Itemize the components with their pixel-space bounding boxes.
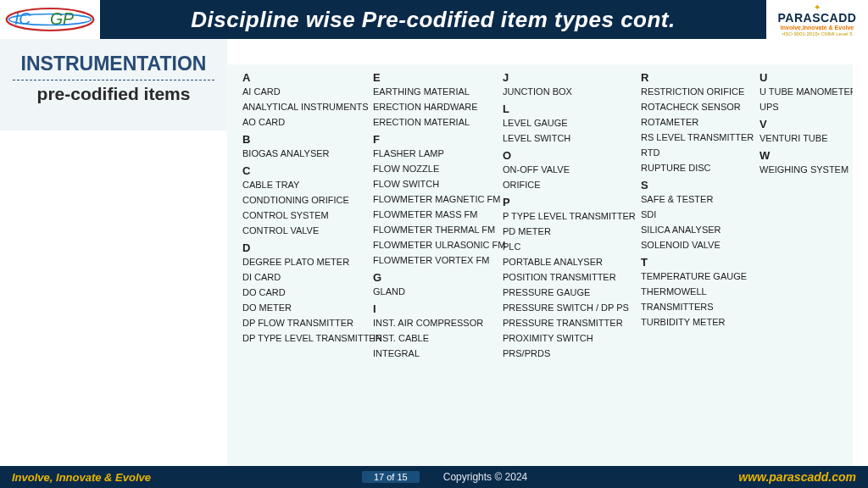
list-item: LEVEL SWITCH bbox=[503, 130, 634, 146]
list-item: UPS bbox=[760, 99, 853, 114]
footer-url[interactable]: www.parascadd.com bbox=[738, 470, 856, 484]
list-item: CONTROL VALVE bbox=[242, 223, 366, 238]
letter-heading: V bbox=[760, 118, 853, 130]
items-column: JJUNCTION BOXLLEVEL GAUGELEVEL SWITCHOON… bbox=[503, 71, 634, 361]
list-item: PRESSURE TRANSMITTER bbox=[503, 315, 634, 330]
letter-heading: G bbox=[373, 271, 496, 284]
list-item: RESTRICTION ORIFICE bbox=[641, 84, 753, 99]
discipline-name: INSTRUMENTATION bbox=[21, 53, 207, 75]
letter-heading: O bbox=[503, 149, 634, 162]
letter-heading: F bbox=[373, 133, 496, 146]
list-item: LEVEL GAUGE bbox=[503, 115, 634, 130]
list-item: TEMPERATURE GAUGE bbox=[641, 269, 753, 284]
list-item: FLOWMETER MAGNETIC FM bbox=[373, 191, 496, 207]
list-item: ORIFICE bbox=[503, 177, 634, 192]
list-item: FLOWMETER MASS FM bbox=[373, 207, 496, 222]
list-item: DO METER bbox=[242, 300, 366, 315]
list-item: FLOWMETER THERMAL FM bbox=[373, 222, 496, 237]
list-item: TURBIDITY METER bbox=[641, 314, 753, 330]
list-item: ON-OFF VALVE bbox=[503, 162, 634, 177]
side-label: INSTRUMENTATION pre-codified items bbox=[0, 49, 227, 466]
letter-heading: D bbox=[242, 241, 366, 254]
list-item: FLOW SWITCH bbox=[373, 176, 496, 191]
brand-tagline: Involve,Innovate & Evolve bbox=[781, 25, 854, 31]
items-column: EEARTHING MATERIALERECTION HARDWAREERECT… bbox=[373, 71, 496, 361]
letter-heading: E bbox=[373, 71, 496, 84]
list-item: PRESSURE SWITCH / DP PS bbox=[503, 300, 634, 315]
list-item: CABLE TRAY bbox=[242, 177, 366, 192]
list-item: DEGREE PLATO METER bbox=[242, 254, 366, 269]
letter-heading: P bbox=[503, 196, 634, 208]
list-item: RTD bbox=[641, 145, 753, 160]
brand-text: PARASCADD bbox=[778, 12, 857, 25]
list-item: POSITION TRANSMITTER bbox=[503, 269, 634, 285]
list-item: DP TYPE LEVEL TRANSMITTER bbox=[242, 330, 366, 346]
list-item: SAFE & TESTER bbox=[641, 191, 753, 207]
list-item: ANALYTICAL INSTRUMENTS bbox=[242, 99, 366, 114]
main-area: INSTRUMENTATION pre-codified items AAI C… bbox=[0, 49, 868, 466]
letter-heading: A bbox=[242, 71, 366, 84]
list-item: FLOWMETER ULRASONIC FM bbox=[373, 237, 496, 252]
list-item: CONDTIONING ORIFICE bbox=[242, 192, 366, 208]
svg-text:IC: IC bbox=[14, 9, 31, 28]
items-panel: AAI CARDANALYTICAL INSTRUMENTSAO CARDBBI… bbox=[227, 64, 853, 466]
list-item: DO CARD bbox=[242, 285, 366, 300]
list-item: VENTURI TUBE bbox=[760, 130, 853, 146]
copyright: Copyrights © 2024 bbox=[443, 471, 528, 483]
list-item: SILICA ANALYSER bbox=[641, 222, 753, 237]
brand-cert: •ISO 9001:2015• CMMI Level 5 bbox=[782, 31, 852, 37]
footer-bar: Involve, Innovate & Evolve 17 of 15 Copy… bbox=[0, 466, 868, 488]
list-item: FLOW NOZZLE bbox=[373, 161, 496, 176]
list-item: U TUBE MANOMETER bbox=[760, 84, 853, 99]
list-item: DI CARD bbox=[242, 269, 366, 285]
page-indicator: 17 of 15 bbox=[362, 471, 420, 483]
items-column: RRESTRICTION ORIFICEROTACHECK SENSORROTA… bbox=[641, 71, 753, 330]
slide-title: Discipline wise Pre-codified item types … bbox=[100, 0, 766, 39]
letter-heading: T bbox=[641, 256, 753, 269]
list-item: ROTACHECK SENSOR bbox=[641, 99, 753, 114]
letter-heading: C bbox=[242, 164, 366, 177]
list-item: INST. AIR COMPRESSOR bbox=[373, 315, 496, 330]
letter-heading: L bbox=[503, 103, 634, 115]
svg-text:GP: GP bbox=[50, 9, 74, 28]
list-item: BIOGAS ANALYSER bbox=[242, 146, 366, 161]
list-item: EARTHING MATERIAL bbox=[373, 84, 496, 99]
list-item: FLASHER LAMP bbox=[373, 146, 496, 161]
list-item: ERECTION MATERIAL bbox=[373, 114, 496, 130]
subheading: pre-codified items bbox=[37, 84, 191, 104]
letter-heading: U bbox=[760, 71, 853, 84]
logo-icgp-svg: IC GP bbox=[4, 4, 96, 35]
letter-heading: B bbox=[242, 133, 366, 146]
list-item: PRS/PRDS bbox=[503, 346, 634, 361]
letter-heading: J bbox=[503, 71, 634, 84]
list-item: INTEGRAL bbox=[373, 346, 496, 361]
list-item: PORTABLE ANALYSER bbox=[503, 254, 634, 269]
letter-heading: R bbox=[641, 71, 753, 84]
letter-heading: I bbox=[373, 302, 496, 315]
list-item: SOLENOID VALVE bbox=[641, 237, 753, 252]
list-item: FLOWMETER VORTEX FM bbox=[373, 252, 496, 268]
list-item: TRANSMITTERS bbox=[641, 299, 753, 314]
items-column: AAI CARDANALYTICAL INSTRUMENTSAO CARDBBI… bbox=[242, 71, 366, 346]
list-item: THERMOWELL bbox=[641, 284, 753, 299]
list-item: GLAND bbox=[373, 284, 496, 299]
list-item: RUPTURE DISC bbox=[641, 160, 753, 175]
list-item: ERECTION HARDWARE bbox=[373, 99, 496, 114]
list-item: PLC bbox=[503, 239, 634, 254]
list-item: AO CARD bbox=[242, 114, 366, 130]
list-item: PD METER bbox=[503, 224, 634, 239]
list-item: PROXIMITY SWITCH bbox=[503, 330, 634, 346]
list-item: CONTROL SYSTEM bbox=[242, 208, 366, 223]
list-item: SDI bbox=[641, 207, 753, 222]
footer-slogan: Involve, Innovate & Evolve bbox=[12, 471, 151, 484]
spacer-row bbox=[0, 39, 868, 49]
letter-heading: S bbox=[641, 179, 753, 191]
list-item: RS LEVEL TRANSMITTER bbox=[641, 130, 753, 145]
list-item: ROTAMETER bbox=[641, 114, 753, 130]
list-item: WEIGHING SYSTEM bbox=[760, 162, 853, 177]
divider bbox=[13, 80, 214, 80]
logo-icgp: IC GP bbox=[0, 0, 100, 39]
top-bar: IC GP Discipline wise Pre-codified item … bbox=[0, 0, 868, 39]
letter-heading: W bbox=[760, 149, 853, 162]
list-item: P TYPE LEVEL TRANSMITTER bbox=[503, 208, 634, 224]
